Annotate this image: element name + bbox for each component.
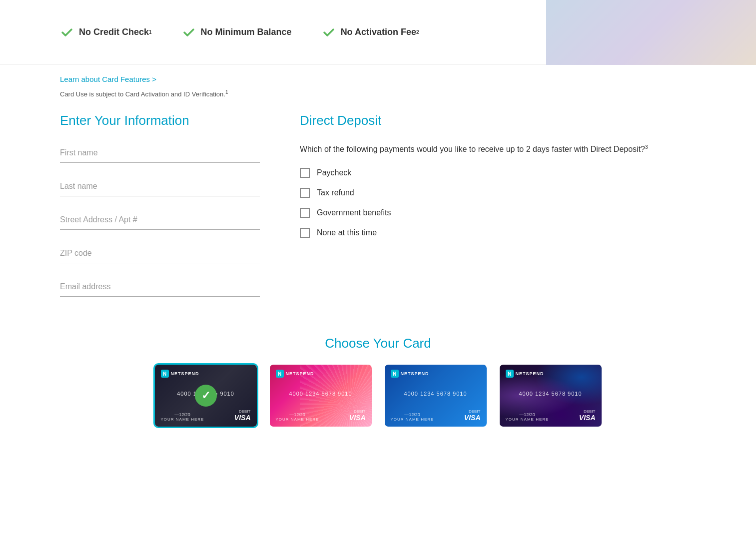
card-bottom: —12/20 YOUR NAME HERE DEBIT VISA [276,409,366,422]
main-content: Learn about Card Features > Card Use is … [0,65,756,448]
card-blue-inner: N NETSPEND 4000 1234 5678 9010 —12/20 YO… [385,365,487,427]
card-notice: Card Use is subject to Card Activation a… [60,89,696,98]
direct-deposit-title: Direct Deposit [300,113,696,128]
card-number: 4000 1234 5678 9010 [506,391,596,397]
card-debit-label: DEBIT [469,409,481,414]
card-bottom: —12/20 YOUR NAME HERE DEBIT VISA [161,409,251,422]
netspend-text: NETSPEND [286,371,314,376]
card-option-pink[interactable]: N NETSPEND 4000 1234 5678 9010 —12/20 YO… [268,363,373,428]
checkbox-tax-refund-input[interactable] [300,188,310,198]
right-column: Direct Deposit Which of the following pa… [300,113,696,311]
card-expiry-name: —12/20 YOUR NAME HERE [161,412,204,422]
checkbox-group: Paycheck Tax refund Government benefits … [300,168,696,238]
card-holder-name: YOUR NAME HERE [161,417,204,422]
netspend-text: NETSPEND [401,371,429,376]
card-holder-name: YOUR NAME HERE [276,417,319,422]
selected-checkmark: ✓ [201,389,210,402]
zip-code-input[interactable] [60,244,260,263]
card-option-bokeh[interactable]: N NETSPEND 4000 1234 5678 9010 —12/20 YO… [498,363,603,428]
card-option-blue[interactable]: N NETSPEND 4000 1234 5678 9010 —12/20 YO… [383,363,488,428]
visa-logo: VISA [579,414,596,422]
card-logo-row: N NETSPEND [161,370,251,378]
netspend-n-icon: N [506,370,514,378]
benefit-label: No Credit Check [79,27,149,37]
page-wrapper: No Credit Check1 No Minimum Balance No A… [0,0,756,448]
first-name-input[interactable] [60,143,260,163]
netspend-n-icon: N [391,370,399,378]
card-debit-label: DEBIT [584,409,596,414]
checkbox-govt-benefits[interactable]: Government benefits [300,208,696,218]
netspend-n-icon: N [161,370,169,378]
form-section-title: Enter Your Information [60,113,260,128]
card-expiry: —12/20 [276,412,319,417]
card-expiry-name: —12/20 YOUR NAME HERE [276,412,319,422]
card-bokeh-inner: N NETSPEND 4000 1234 5678 9010 —12/20 YO… [500,365,602,427]
first-name-field [60,143,260,163]
benefit-sup: 2 [416,29,419,35]
visa-logo: VISA [464,414,481,422]
netspend-logo: N NETSPEND [391,370,429,378]
email-address-input[interactable] [60,277,260,297]
netspend-n-icon: N [276,370,284,378]
checkbox-paycheck-input[interactable] [300,168,310,178]
card-bottom: —12/20 YOUR NAME HERE DEBIT VISA [391,409,481,422]
checkbox-govt-benefits-input[interactable] [300,208,310,218]
checkbox-paycheck[interactable]: Paycheck [300,168,696,178]
card-type: DEBIT VISA [234,409,251,422]
benefits-bar: No Credit Check1 No Minimum Balance No A… [0,0,756,65]
checkbox-govt-benefits-label: Government benefits [317,208,391,217]
netspend-logo: N NETSPEND [506,370,544,378]
card-number: 4000 1234 5678 9010 [391,391,481,397]
card-debit-label: DEBIT [354,409,366,414]
learn-link[interactable]: Learn about Card Features > [60,75,696,83]
last-name-input[interactable] [60,177,260,196]
card-holder-name: YOUR NAME HERE [391,417,434,422]
checkmark-icon [60,25,74,39]
netspend-text: NETSPEND [171,371,199,376]
card-debit-label: DEBIT [239,409,251,414]
card-pink-inner: N NETSPEND 4000 1234 5678 9010 —12/20 YO… [270,365,372,427]
form-columns: Enter Your Information D [60,113,696,311]
checkmark-icon [182,25,196,39]
visa-logo: VISA [349,414,366,422]
benefit-label: No Activation Fee [341,27,416,37]
left-column: Enter Your Information [60,113,260,311]
netspend-logo: N NETSPEND [161,370,199,378]
checkbox-tax-refund[interactable]: Tax refund [300,188,696,198]
choose-card-title: Choose Your Card [60,336,696,351]
card-option-dark[interactable]: N NETSPEND 4000 123• •••• 9010 —12/20 YO… [153,363,258,428]
checkbox-none-input[interactable] [300,228,310,238]
benefit-label: No Minimum Balance [201,27,292,37]
checkmark-icon [322,25,336,39]
card-type: DEBIT VISA [464,409,481,422]
street-address-input[interactable] [60,210,260,230]
card-type: DEBIT VISA [579,409,596,422]
card-logo-row: N NETSPEND [391,370,481,378]
visa-logo: VISA [234,414,251,422]
zip-code-field [60,244,260,263]
cards-row: N NETSPEND 4000 123• •••• 9010 —12/20 YO… [60,363,696,428]
checkbox-none-label: None at this time [317,228,377,237]
netspend-text: NETSPEND [516,371,544,376]
checkbox-paycheck-label: Paycheck [317,168,351,177]
netspend-logo: N NETSPEND [276,370,314,378]
card-number: 4000 1234 5678 9010 [276,391,366,397]
last-name-field [60,177,260,196]
card-type: DEBIT VISA [349,409,366,422]
card-expiry: —12/20 [391,412,434,417]
choose-card-section: Choose Your Card N NETSPEND 4000 123• ••… [60,336,696,428]
hero-image [546,0,756,65]
benefit-no-credit-check: No Credit Check1 [60,25,152,39]
street-address-field [60,210,260,230]
dd-description: Which of the following payments would yo… [300,143,696,155]
selected-overlay: ✓ [195,385,217,407]
email-address-field [60,277,260,297]
card-expiry: —12/20 [161,412,204,417]
benefit-no-min-balance: No Minimum Balance [182,25,292,39]
benefit-sup: 1 [149,29,152,35]
checkbox-tax-refund-label: Tax refund [317,188,354,197]
card-expiry-name: —12/20 YOUR NAME HERE [506,412,549,422]
card-holder-name: YOUR NAME HERE [506,417,549,422]
checkbox-none[interactable]: None at this time [300,228,696,238]
card-expiry-name: —12/20 YOUR NAME HERE [391,412,434,422]
